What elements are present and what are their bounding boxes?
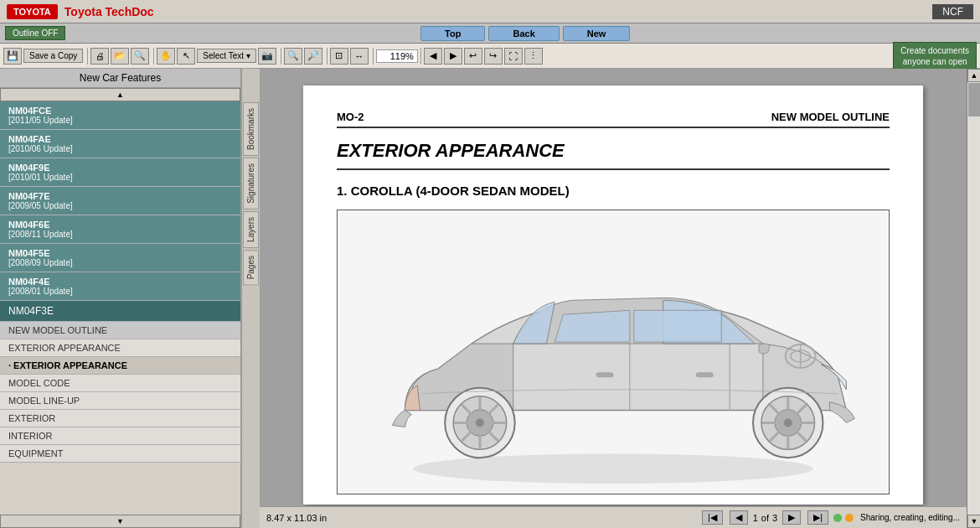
sidebar-item-new-model-outline[interactable]: NEW MODEL OUTLINE bbox=[0, 322, 240, 339]
car-illustration bbox=[338, 210, 889, 494]
sidebar-item-NM04FCE[interactable]: NM04FCE [2011/05 Update] bbox=[0, 101, 240, 130]
open-icon[interactable]: 📂 bbox=[111, 48, 129, 65]
page-separator: of bbox=[761, 513, 769, 523]
doc-section-header: NEW MODEL OUTLINE bbox=[771, 111, 890, 123]
fit-width-icon[interactable]: ↔ bbox=[350, 48, 369, 65]
doc-section-title: EXTERIOR APPEARANCE bbox=[337, 140, 890, 170]
select-text-button[interactable]: Select Text ▾ bbox=[197, 49, 256, 63]
sidebar-scroll-up[interactable]: ▲ bbox=[0, 88, 240, 101]
scroll-track[interactable] bbox=[967, 82, 980, 515]
total-pages: 3 bbox=[772, 513, 777, 523]
sidebar-item-title: NM04FCE bbox=[8, 106, 232, 116]
sidebar-item-NM04F5E[interactable]: NM04F5E [2008/09 Update] bbox=[0, 244, 240, 272]
sidebar-scroll-down[interactable]: ▼ bbox=[0, 515, 240, 528]
svg-point-9 bbox=[784, 419, 792, 427]
sharing-text: Sharing, creating, editing... bbox=[860, 513, 960, 522]
status-yellow-indicator bbox=[845, 514, 854, 522]
fullscreen-icon[interactable]: ⛶ bbox=[504, 48, 523, 65]
main-area: New Car Features ▲ NM04FCE [2011/05 Upda… bbox=[0, 69, 980, 528]
sidebar-item-NM04F4E[interactable]: NM04F4E [2008/01 Update] bbox=[0, 272, 240, 301]
first-page-button[interactable]: |◀ bbox=[702, 510, 723, 525]
sidebar-item-sub: [2010/01 Update] bbox=[8, 173, 232, 182]
tab-pages[interactable]: Pages bbox=[243, 250, 259, 285]
create-docs-button[interactable]: Create documents anyone can open bbox=[893, 42, 977, 70]
sidebar-item-exterior-appearance-active[interactable]: · EXTERIOR APPEARANCE bbox=[0, 357, 240, 375]
toolbar-separator-3 bbox=[281, 48, 281, 65]
sidebar-item-NM04F9E[interactable]: NM04F9E [2010/01 Update] bbox=[0, 158, 240, 187]
top-bar: TOYOTA Toyota TechDoc NCF bbox=[0, 0, 980, 23]
create-docs-line2: anyone can open bbox=[903, 57, 967, 66]
sidebar-item-NM04F3E[interactable]: NM04F3E bbox=[0, 301, 240, 322]
sidebar-item-title: NM04FAE bbox=[8, 134, 232, 144]
rotate-left-icon[interactable]: ↩ bbox=[464, 48, 482, 65]
sidebar-item-exterior[interactable]: EXTERIOR bbox=[0, 410, 240, 427]
outline-off-button[interactable]: Outline OFF bbox=[5, 26, 65, 40]
toolbar-separator-4 bbox=[327, 48, 328, 65]
doc-area: MO-2 NEW MODEL OUTLINE EXTERIOR APPEARAN… bbox=[260, 69, 967, 528]
app-title: Toyota TechDoc bbox=[64, 5, 933, 18]
sidebar-item-NM04F6E[interactable]: NM04F6E [2008/11 Update] bbox=[0, 215, 240, 244]
nav-prev-icon[interactable]: ◀ bbox=[424, 48, 442, 65]
sidebar-item-title: NM04F3E bbox=[8, 305, 232, 317]
snapshot-icon[interactable]: 📷 bbox=[258, 48, 276, 65]
select-icon[interactable]: ↖ bbox=[177, 48, 195, 65]
hand-tool-icon[interactable]: ✋ bbox=[157, 48, 175, 65]
sidebar-item-model-lineup[interactable]: MODEL LINE-UP bbox=[0, 392, 240, 410]
status-green-indicator bbox=[833, 514, 842, 522]
zoom-in-icon[interactable]: 🔍 bbox=[284, 48, 302, 65]
save-copy-button[interactable]: Save a Copy bbox=[23, 49, 83, 63]
scroll-thumb[interactable] bbox=[968, 83, 980, 116]
sidebar-item-NM04F7E[interactable]: NM04F7E [2009/05 Update] bbox=[0, 187, 240, 215]
doc-page: MO-2 NEW MODEL OUTLINE EXTERIOR APPEARAN… bbox=[303, 85, 923, 505]
sidebar-item-title: NM04F6E bbox=[8, 220, 232, 230]
svg-point-1 bbox=[413, 453, 812, 484]
fit-page-icon[interactable]: ⊡ bbox=[330, 48, 348, 65]
toolbar-separator-2 bbox=[153, 48, 154, 65]
toyota-logo: TOYOTA bbox=[7, 4, 58, 19]
create-docs-line1: Create documents bbox=[900, 46, 969, 55]
sidebar-item-equipment[interactable]: EQUIPMENT bbox=[0, 445, 240, 463]
doc-page-ref: MO-2 bbox=[337, 111, 364, 123]
sidebar-item-sub: [2008/01 Update] bbox=[8, 287, 232, 296]
new-nav-button[interactable]: New bbox=[563, 26, 631, 41]
sidebar-item-sub: [2009/05 Update] bbox=[8, 201, 232, 210]
scroll-down-arrow[interactable]: ▼ bbox=[967, 515, 980, 528]
zoom-out-icon[interactable]: 🔎 bbox=[304, 48, 322, 65]
sidebar-item-interior[interactable]: INTERIOR bbox=[0, 427, 240, 445]
svg-rect-5 bbox=[696, 373, 713, 377]
prev-page-button[interactable]: ◀ bbox=[730, 510, 748, 525]
rotate-right-icon[interactable]: ↪ bbox=[484, 48, 503, 65]
doc-header: MO-2 NEW MODEL OUTLINE bbox=[337, 111, 890, 128]
doc-scroll-area[interactable]: MO-2 NEW MODEL OUTLINE EXTERIOR APPEARAN… bbox=[260, 69, 967, 506]
toolbar-separator bbox=[87, 48, 88, 65]
tab-strip: Bookmarks Signatures Layers Pages bbox=[241, 69, 260, 528]
tab-signatures[interactable]: Signatures bbox=[243, 158, 259, 210]
car-image-box bbox=[337, 210, 890, 494]
sidebar-item-sub: [2011/05 Update] bbox=[8, 116, 232, 125]
sidebar-items: NM04FCE [2011/05 Update] NM04FAE [2010/0… bbox=[0, 101, 240, 515]
top-nav-button[interactable]: Top bbox=[420, 26, 485, 41]
sidebar-item-model-code[interactable]: MODEL CODE bbox=[0, 375, 240, 392]
sidebar-item-NM04FAE[interactable]: NM04FAE [2010/06 Update] bbox=[0, 130, 240, 158]
toolbar: 💾 Save a Copy 🖨 📂 🔍 ✋ ↖ Select Text ▾ 📷 … bbox=[0, 44, 980, 69]
sidebar-item-title: NM04F9E bbox=[8, 163, 232, 173]
scroll-up-arrow[interactable]: ▲ bbox=[967, 69, 980, 82]
tab-layers[interactable]: Layers bbox=[243, 211, 259, 248]
zoom-input[interactable] bbox=[376, 49, 418, 63]
next-page-button[interactable]: ▶ bbox=[782, 510, 801, 525]
last-page-button[interactable]: ▶| bbox=[807, 510, 828, 525]
current-page: 1 bbox=[753, 513, 758, 523]
save-icon: 💾 bbox=[3, 48, 22, 65]
page-size: 8.47 x 11.03 in bbox=[266, 513, 327, 523]
tab-bookmarks[interactable]: Bookmarks bbox=[243, 102, 259, 156]
sidebar-item-title: NM04F4E bbox=[8, 277, 232, 287]
search-icon[interactable]: 🔍 bbox=[131, 48, 149, 65]
sidebar-item-exterior-appearance-1[interactable]: EXTERIOR APPEARANCE bbox=[0, 339, 240, 357]
print-icon[interactable]: 🖨 bbox=[90, 48, 109, 65]
back-nav-button[interactable]: Back bbox=[488, 26, 559, 41]
svg-rect-4 bbox=[596, 373, 613, 377]
toolbar-separator-6 bbox=[420, 48, 421, 65]
more-icon[interactable]: ⋮ bbox=[524, 48, 543, 65]
status-bar: 8.47 x 11.03 in |◀ ◀ 1 of 3 ▶ ▶| Sharing… bbox=[260, 506, 967, 528]
nav-next-icon[interactable]: ▶ bbox=[444, 48, 462, 65]
